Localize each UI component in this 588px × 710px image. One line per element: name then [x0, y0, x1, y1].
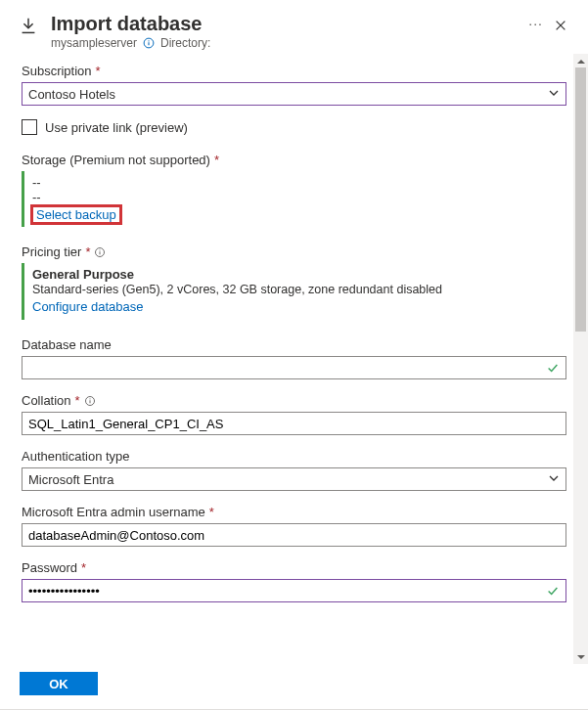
collation-input[interactable] — [22, 412, 566, 435]
configure-database-link[interactable]: Configure database — [32, 299, 143, 314]
svg-rect-8 — [89, 398, 90, 399]
admin-username-label: Microsoft Entra admin username — [22, 505, 205, 519]
info-icon[interactable] — [84, 395, 96, 407]
admin-username-input[interactable] — [22, 523, 566, 547]
subscription-label: Subscription — [22, 64, 92, 78]
footer: OK — [0, 664, 588, 709]
info-icon — [143, 37, 155, 49]
scroll-down-arrow-icon[interactable] — [575, 651, 586, 662]
pricing-tier-title: General Purpose — [32, 267, 566, 282]
more-actions-button[interactable]: ··· — [522, 16, 549, 31]
chevron-down-icon — [548, 472, 560, 487]
database-name-field[interactable] — [28, 357, 560, 378]
private-link-checkbox[interactable] — [22, 119, 37, 135]
storage-block: -- -- Select backup — [22, 171, 566, 227]
scrollbar[interactable] — [573, 54, 588, 664]
svg-rect-7 — [89, 400, 90, 403]
valid-check-icon — [546, 361, 560, 377]
password-field[interactable] — [28, 580, 560, 601]
password-input[interactable] — [22, 579, 566, 602]
collation-label: Collation — [22, 393, 71, 408]
svg-rect-1 — [149, 42, 150, 45]
subscription-value: Contoso Hotels — [28, 87, 115, 102]
admin-username-field[interactable] — [28, 524, 560, 546]
required-marker: * — [85, 244, 90, 259]
storage-line2: -- — [32, 190, 566, 204]
import-icon — [18, 16, 41, 40]
database-name-label: Database name — [22, 337, 112, 352]
blade-header: Import database mysampleserver Directory… — [0, 0, 588, 54]
storage-line1: -- — [32, 175, 566, 190]
close-button[interactable] — [549, 14, 572, 37]
info-icon[interactable] — [94, 246, 106, 258]
storage-label: Storage (Premium not supported) — [22, 153, 210, 167]
valid-check-icon — [546, 584, 560, 600]
page-title: Import database — [51, 12, 522, 35]
scroll-thumb[interactable] — [575, 67, 586, 332]
svg-rect-4 — [100, 251, 101, 254]
required-marker: * — [209, 505, 214, 519]
required-marker: * — [96, 64, 101, 78]
pricing-tier-block: General Purpose Standard-series (Gen5), … — [22, 263, 566, 320]
svg-rect-2 — [149, 40, 150, 41]
chevron-down-icon — [548, 87, 560, 102]
subscription-dropdown[interactable]: Contoso Hotels — [22, 82, 566, 106]
select-backup-link[interactable]: Select backup — [32, 206, 120, 223]
required-marker: * — [214, 153, 219, 167]
server-name: mysampleserver — [51, 36, 137, 50]
ok-button[interactable]: OK — [20, 672, 98, 695]
svg-rect-5 — [100, 249, 101, 250]
private-link-label: Use private link (preview) — [45, 120, 188, 135]
pricing-tier-label: Pricing tier — [22, 244, 81, 259]
pricing-tier-desc: Standard-series (Gen5), 2 vCores, 32 GB … — [32, 283, 566, 296]
required-marker: * — [75, 393, 80, 408]
form-body: Subscription * Contoso Hotels Use privat… — [0, 54, 588, 664]
auth-type-value: Microsoft Entra — [28, 472, 113, 487]
auth-type-dropdown[interactable]: Microsoft Entra — [22, 467, 566, 491]
directory-label: Directory: — [160, 36, 210, 50]
password-label: Password — [22, 560, 77, 575]
auth-type-label: Authentication type — [22, 449, 130, 464]
collation-field[interactable] — [28, 413, 560, 434]
required-marker: * — [81, 560, 86, 575]
scroll-up-arrow-icon[interactable] — [575, 56, 586, 67]
database-name-input[interactable] — [22, 356, 566, 379]
